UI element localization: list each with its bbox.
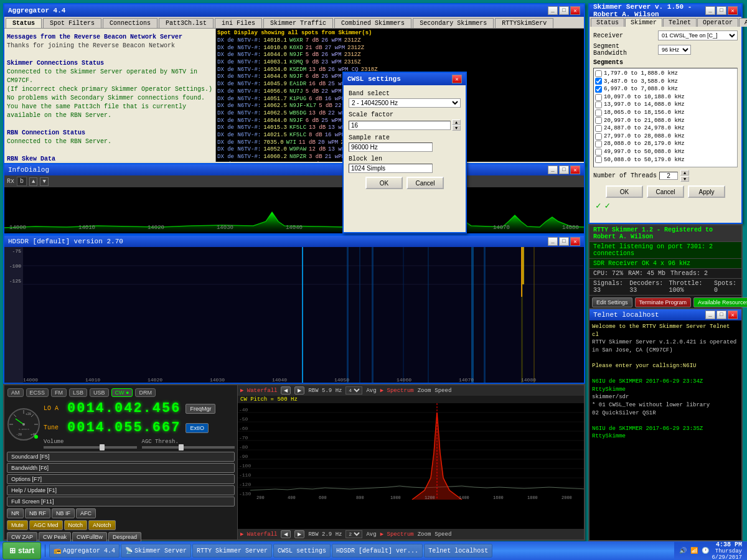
mode-usb[interactable]: USB: [90, 388, 109, 397]
skimmer-tab-about[interactable]: About: [739, 18, 747, 27]
seg-checkbox-4[interactable]: [595, 101, 602, 108]
edit-settings-btn[interactable]: Edit Settings: [592, 297, 632, 307]
telnet-maximize-btn[interactable]: □: [716, 310, 726, 319]
hdsdr-maximize-btn[interactable]: □: [559, 237, 569, 246]
receiver-select[interactable]: 01 CWSL_Tee on [C_]: [658, 30, 738, 40]
hdsdr-minimize-btn[interactable]: _: [548, 237, 558, 246]
seg-checkbox-8[interactable]: [595, 133, 602, 140]
afc-btn[interactable]: AFC: [76, 508, 96, 518]
seg-checkbox-1[interactable]: [595, 78, 602, 85]
seg-checkbox-2[interactable]: [595, 86, 602, 93]
cwsl-cancel-btn[interactable]: Cancel: [406, 177, 444, 189]
seg-checkbox-5[interactable]: [595, 110, 602, 116]
cw-zap-btn[interactable]: CW ZAP: [7, 532, 37, 542]
seg-checkbox-0[interactable]: [595, 70, 602, 77]
cwsl-ok-btn[interactable]: OK: [365, 177, 403, 189]
mode-cw[interactable]: CW ●: [111, 388, 133, 397]
mode-am[interactable]: AM: [7, 388, 24, 397]
agc-slider[interactable]: [142, 446, 235, 449]
rx-selector[interactable]: b: [17, 177, 27, 186]
rbw2-select[interactable]: 2: [345, 530, 362, 538]
taskbar-item-telnet[interactable]: Telnet localhost: [424, 544, 492, 558]
nb-if-btn[interactable]: NB IF: [52, 508, 75, 518]
scale-down-btn[interactable]: ▼: [452, 125, 461, 131]
rx-down-btn[interactable]: ▼: [40, 177, 48, 186]
tab-ini-files[interactable]: ini Files: [215, 18, 262, 28]
options-btn[interactable]: Options [F7]: [7, 474, 235, 484]
mode-drm[interactable]: DRM: [135, 388, 156, 397]
infodialog-minimize-btn[interactable]: _: [548, 166, 558, 174]
aggregator-minimize-btn[interactable]: _: [548, 6, 558, 15]
rbw1-select[interactable]: 4: [345, 386, 362, 394]
seg-checkbox-11[interactable]: [595, 156, 602, 163]
mode-fm[interactable]: FM: [51, 388, 67, 397]
mute-btn[interactable]: Mute: [7, 520, 28, 530]
mode-lsb[interactable]: LSB: [69, 388, 87, 397]
terminate-btn[interactable]: Terminate Program: [635, 297, 692, 307]
skimmer-close-btn[interactable]: ✕: [728, 6, 738, 15]
segment-bw-select[interactable]: 96 kHz: [658, 45, 691, 55]
tab-patt3ch[interactable]: Patt3Ch.lst: [159, 18, 214, 28]
tab-connections[interactable]: Connections: [103, 18, 157, 28]
skimmer-maximize-btn[interactable]: □: [716, 6, 726, 15]
tab-skimmer-traffic[interactable]: Skimmer Traffic: [263, 18, 333, 28]
taskbar-item-cwsl[interactable]: CWSL settings: [273, 544, 331, 558]
help-btn[interactable]: Help / Update [F1]: [7, 485, 235, 495]
tab-secondary-skimmers[interactable]: Secondary Skimmers: [413, 18, 494, 28]
taskbar-item-hdsdr[interactable]: HDSDR [default] ver...: [332, 544, 423, 558]
infodialog-maximize-btn[interactable]: □: [559, 166, 569, 174]
seg-checkbox-3[interactable]: [595, 94, 602, 101]
cwsl-close-btn[interactable]: ✕: [452, 75, 462, 83]
wf2-left-btn[interactable]: ◀: [281, 530, 291, 538]
nb-rf-btn[interactable]: NB RF: [25, 508, 50, 518]
aggregator-maximize-btn[interactable]: □: [559, 6, 569, 15]
wf-left-btn[interactable]: ◀: [281, 386, 291, 394]
scale-input[interactable]: [349, 121, 451, 130]
soundcard-btn[interactable]: Soundcard [F5]: [7, 452, 235, 462]
tab-rtty-skim-serv[interactable]: RTTYSkimServ: [495, 18, 553, 28]
tab-combined-skimmers[interactable]: Combined Skimmers: [334, 18, 411, 28]
start-button[interactable]: ⊞ start: [2, 542, 41, 559]
despread-btn[interactable]: Despread: [108, 532, 141, 542]
threads-input[interactable]: [659, 172, 678, 180]
hdsdr-close-btn[interactable]: ✕: [570, 237, 580, 246]
telnet-close-btn[interactable]: ✕: [728, 310, 738, 319]
wf2-right-btn[interactable]: ▶: [294, 530, 304, 538]
threads-down-btn[interactable]: ▼: [680, 176, 689, 182]
tab-spot-filters[interactable]: Spot Filters: [43, 18, 101, 28]
freqmgr-btn[interactable]: FreqMgr: [186, 404, 215, 414]
seg-checkbox-7[interactable]: [595, 125, 602, 132]
extio-btn[interactable]: ExtIO: [186, 423, 209, 433]
nr-btn[interactable]: NR: [7, 508, 24, 518]
wf-right-btn[interactable]: ▶: [294, 386, 304, 394]
available-resources-btn[interactable]: Available Resources: [693, 297, 747, 307]
notch-btn[interactable]: Notch: [64, 520, 88, 530]
anotch-btn[interactable]: ANotch: [88, 520, 116, 530]
cwfullbw-btn[interactable]: CWFullBw: [72, 532, 107, 542]
volume-slider[interactable]: [44, 446, 137, 449]
seg-checkbox-6[interactable]: [595, 117, 602, 124]
agc-med-btn[interactable]: AGC Med: [29, 520, 63, 530]
bandwidth-btn[interactable]: Bandwidth [F6]: [7, 463, 235, 473]
aggregator-close-btn[interactable]: ✕: [570, 6, 580, 15]
skimmer-cancel-btn[interactable]: Cancel: [647, 185, 684, 198]
skimmer-tab-operator[interactable]: Operator: [697, 18, 738, 27]
skimmer-minimize-btn[interactable]: _: [705, 6, 715, 15]
sample-rate-input[interactable]: [349, 142, 433, 152]
skimmer-tab-skimmer[interactable]: Skimmer: [625, 18, 662, 27]
infodialog-close-btn[interactable]: ✕: [570, 166, 580, 174]
taskbar-item-aggregator[interactable]: 📻 Aggregator 4.4: [49, 544, 120, 558]
seg-checkbox-9[interactable]: [595, 141, 602, 147]
block-len-input[interactable]: [349, 164, 433, 173]
cw-peak-btn[interactable]: CW Peak: [39, 532, 71, 542]
scale-up-btn[interactable]: ▲: [452, 119, 461, 125]
mode-ecss[interactable]: ECSS: [26, 388, 49, 397]
volume-thumb[interactable]: [100, 444, 105, 450]
taskbar-item-rtty[interactable]: RTTY Skimmer Server: [192, 544, 272, 558]
threads-up-btn[interactable]: ▲: [680, 170, 689, 175]
telnet-minimize-btn[interactable]: _: [705, 310, 715, 319]
rx-up-btn[interactable]: ▲: [29, 177, 37, 186]
skimmer-ok-btn[interactable]: OK: [606, 185, 643, 198]
skimmer-tab-status[interactable]: Status: [591, 18, 624, 27]
skimmer-tab-telnet[interactable]: Telnet: [663, 18, 697, 27]
